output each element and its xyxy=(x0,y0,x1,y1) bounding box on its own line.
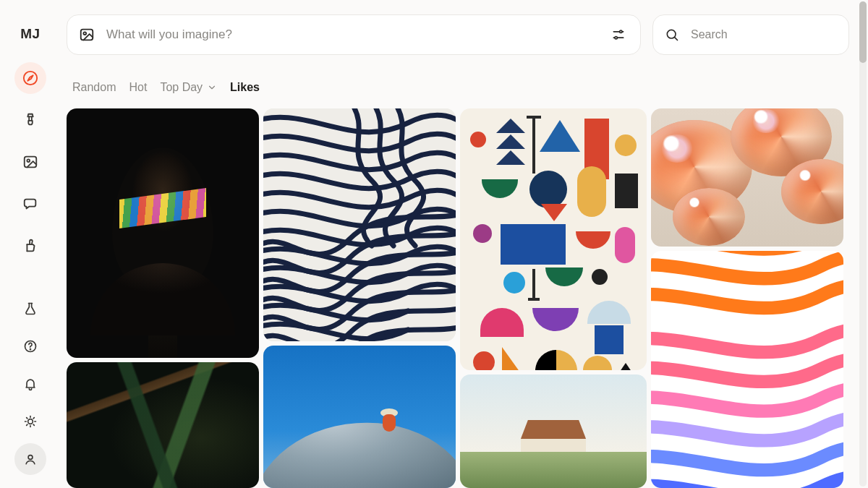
tab-top-day[interactable]: Top Day xyxy=(160,81,217,94)
tab-likes[interactable]: Likes xyxy=(230,81,260,94)
svg-point-0 xyxy=(24,72,37,85)
sidebar-item-labs[interactable] xyxy=(14,293,46,325)
sliders-icon xyxy=(611,27,626,42)
scrollbar-rail[interactable] xyxy=(859,1,867,487)
sidebar-item-notifications[interactable] xyxy=(14,368,46,400)
prompt-input[interactable] xyxy=(105,27,598,43)
gallery-tile[interactable] xyxy=(67,108,259,358)
gallery-tile[interactable] xyxy=(263,346,456,488)
tab-hot[interactable]: Hot xyxy=(129,81,147,94)
image-icon xyxy=(79,27,95,43)
svg-point-6 xyxy=(28,419,33,424)
top-bar xyxy=(67,14,849,55)
scrollbar-thumb[interactable] xyxy=(859,1,867,63)
search-icon xyxy=(665,27,679,42)
svg-point-7 xyxy=(28,455,33,460)
tab-label: Top Day xyxy=(160,81,203,94)
sidebar-item-gallery[interactable] xyxy=(14,146,46,178)
image-icon xyxy=(22,154,38,170)
svg-point-5 xyxy=(30,349,31,350)
brand-logo[interactable]: MJ xyxy=(20,26,40,42)
sidebar-item-explore[interactable] xyxy=(14,62,46,94)
svg-point-3 xyxy=(27,159,30,162)
prompt-bar[interactable] xyxy=(67,14,641,55)
compass-icon xyxy=(22,70,38,86)
sidebar: MJ xyxy=(0,0,61,488)
bell-icon xyxy=(23,377,38,391)
search-input[interactable] xyxy=(689,27,837,42)
svg-marker-1 xyxy=(27,75,33,80)
chat-icon xyxy=(22,196,38,212)
chevron-down-icon xyxy=(207,82,217,93)
sidebar-item-chat[interactable] xyxy=(14,188,46,220)
settings-button[interactable] xyxy=(608,27,629,42)
gallery xyxy=(67,108,849,488)
sidebar-item-account[interactable] xyxy=(14,443,46,475)
thumbs-up-icon xyxy=(22,238,38,254)
tab-random[interactable]: Random xyxy=(72,81,116,94)
gallery-tile[interactable] xyxy=(263,108,456,341)
sidebar-item-help[interactable] xyxy=(14,330,46,362)
gallery-tile[interactable] xyxy=(67,362,259,488)
sidebar-item-create[interactable] xyxy=(14,104,46,136)
help-icon xyxy=(23,339,38,354)
sun-icon xyxy=(23,414,38,429)
sidebar-item-theme[interactable] xyxy=(14,406,46,437)
account-icon xyxy=(23,452,38,466)
paintbrush-icon xyxy=(22,112,38,128)
gallery-tile[interactable] xyxy=(460,374,647,488)
filter-tabs: Random Hot Top Day Likes xyxy=(67,81,849,94)
gallery-tile[interactable] xyxy=(460,108,647,370)
gallery-tile[interactable] xyxy=(651,251,843,488)
beaker-icon xyxy=(23,301,38,316)
svg-point-10 xyxy=(620,30,622,33)
main: Random Hot Top Day Likes xyxy=(61,0,868,488)
svg-point-11 xyxy=(615,37,617,39)
svg-point-12 xyxy=(667,30,676,38)
search-bar[interactable] xyxy=(652,14,849,55)
svg-point-9 xyxy=(83,32,86,35)
sidebar-item-likes[interactable] xyxy=(14,230,46,262)
gallery-tile[interactable] xyxy=(651,108,843,247)
